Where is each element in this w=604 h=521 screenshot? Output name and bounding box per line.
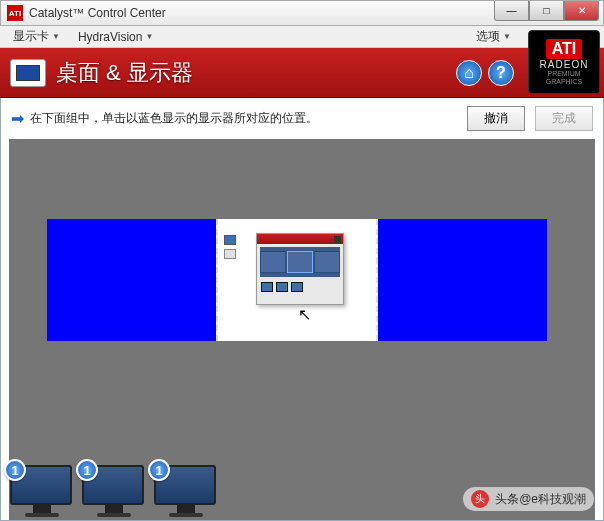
menubar: 显示卡 ▼ HydraVision ▼ 选项 ▼ <box>0 26 604 48</box>
page-title: 桌面 & 显示器 <box>56 58 193 88</box>
monitor-thumbnails: 1 1 1 <box>10 465 218 517</box>
chevron-down-icon: ▼ <box>52 32 60 41</box>
panorama-strip: ↖ <box>47 219 547 341</box>
mini-titlebar <box>257 234 343 244</box>
desktop-displays-icon <box>10 59 46 87</box>
mini-display-icon <box>291 282 303 292</box>
right-display-region[interactable] <box>378 219 547 341</box>
help-button[interactable]: ? <box>488 60 514 86</box>
center-display-region[interactable]: ↖ <box>216 219 378 341</box>
watermark-text: 头条@e科技观潮 <box>495 491 586 508</box>
mini-monitor-icon <box>314 251 340 273</box>
desktop-shortcut-icon <box>224 249 236 259</box>
mini-canvas <box>260 247 340 277</box>
desktop-shortcut-icon <box>224 235 236 245</box>
ati-line3: GRAPHICS <box>546 78 583 85</box>
content-area: ➡ 在下面组中，单击以蓝色显示的显示器所对应的位置。 撤消 完成 <box>0 98 604 521</box>
cursor-icon: ↖ <box>298 305 311 324</box>
cancel-button[interactable]: 撤消 <box>467 106 525 131</box>
instruction-row: ➡ 在下面组中，单击以蓝色显示的显示器所对应的位置。 撤消 完成 <box>1 98 603 139</box>
home-button[interactable]: ⌂ <box>456 60 482 86</box>
display-layout-canvas[interactable]: ↖ <box>9 139 595 520</box>
left-display-region[interactable] <box>47 219 216 341</box>
minimize-button[interactable]: — <box>494 1 529 21</box>
monitor-thumbnail[interactable]: 1 <box>82 465 146 517</box>
ati-line2: PREMIUM <box>547 70 580 77</box>
finish-button: 完成 <box>535 106 593 131</box>
maximize-button[interactable]: □ <box>529 1 564 21</box>
arrow-right-icon: ➡ <box>11 109 24 128</box>
ati-line1: RADEON <box>540 59 589 70</box>
menu-hydravision[interactable]: HydraVision ▼ <box>71 27 160 47</box>
mini-display-icon <box>261 282 273 292</box>
window-title: Catalyst™ Control Center <box>29 6 166 20</box>
menu-label: 显示卡 <box>13 28 49 45</box>
monitor-thumbnail[interactable]: 1 <box>10 465 74 517</box>
mini-monitor-icon <box>287 251 313 273</box>
menu-display-card[interactable]: 显示卡 ▼ <box>6 25 67 48</box>
instruction-text: 在下面组中，单击以蓝色显示的显示器所对应的位置。 <box>30 110 457 127</box>
mini-monitor-icon <box>260 251 286 273</box>
header-bar: 桌面 & 显示器 ⌂ ? ATI RADEON PREMIUMGRAPHICS <box>0 48 604 98</box>
menu-options[interactable]: 选项 ▼ <box>469 25 518 48</box>
titlebar: ATI Catalyst™ Control Center — □ ✕ <box>0 0 604 26</box>
window-controls: — □ ✕ <box>494 1 599 21</box>
close-button[interactable]: ✕ <box>564 1 599 21</box>
mini-display-icon <box>276 282 288 292</box>
watermark: 头 头条@e科技观潮 <box>463 487 594 511</box>
ati-brand: ATI <box>546 39 583 59</box>
monitor-number-badge: 1 <box>76 459 98 481</box>
chevron-down-icon: ▼ <box>503 32 511 41</box>
watermark-icon: 头 <box>471 490 489 508</box>
monitor-number-badge: 1 <box>148 459 170 481</box>
mini-logo-icon <box>334 236 341 243</box>
menu-label: HydraVision <box>78 30 142 44</box>
monitor-thumbnail[interactable]: 1 <box>154 465 218 517</box>
monitor-number-badge: 1 <box>4 459 26 481</box>
ati-logo: ATI RADEON PREMIUMGRAPHICS <box>528 30 600 94</box>
app-icon: ATI <box>7 5 23 21</box>
menu-label: 选项 <box>476 28 500 45</box>
mini-icon-row <box>257 280 343 294</box>
chevron-down-icon: ▼ <box>145 32 153 41</box>
mini-ccc-window <box>256 233 344 305</box>
